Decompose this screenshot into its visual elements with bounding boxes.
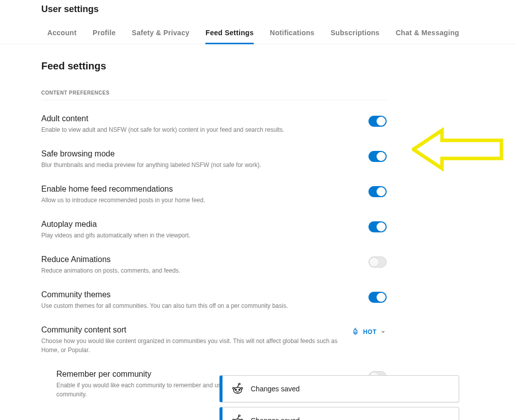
toast-message: Changes saved (251, 385, 300, 393)
setting-label: Community content sort (41, 325, 341, 334)
setting-safe-browsing: Safe browsing mode Blur thumbnails and m… (41, 149, 387, 170)
setting-label: Community themes (41, 290, 358, 299)
svg-point-6 (239, 383, 240, 385)
toggle-autoplay-media[interactable] (368, 221, 387, 232)
toast-message: Changes saved (251, 416, 300, 420)
setting-label: Autoplay media (41, 220, 358, 229)
svg-point-3 (239, 389, 240, 391)
setting-desc: Use custom themes for all communities. Y… (41, 301, 358, 310)
setting-desc: Choose how you would like content organi… (41, 337, 341, 355)
svg-point-12 (239, 415, 240, 416)
sort-value: HOT (363, 328, 377, 335)
setting-label: Adult content (41, 114, 358, 123)
settings-tabs: Account Profile Safety & Privacy Feed Se… (0, 24, 516, 44)
setting-desc: Enable to view adult and NSFW (not safe … (41, 125, 358, 134)
toggle-reduce-animations[interactable] (368, 257, 387, 268)
reddit-snoo-icon (232, 383, 244, 395)
setting-desc: Play videos and gifs automatically when … (41, 231, 358, 240)
tab-safety-privacy[interactable]: Safety & Privacy (132, 24, 190, 44)
tab-chat-messaging[interactable]: Chat & Messaging (396, 24, 459, 44)
setting-label: Reduce Animations (41, 255, 358, 264)
chevron-down-icon (380, 328, 387, 335)
toast-changes-saved: Changes saved (219, 375, 459, 402)
svg-point-5 (241, 387, 243, 389)
tab-account[interactable]: Account (47, 24, 77, 44)
page-title: User settings (0, 0, 516, 24)
section-header-content-preferences: CONTENT PREFERENCES (41, 90, 387, 100)
toast-changes-saved-secondary: Changes saved (219, 407, 459, 420)
svg-point-0 (354, 332, 356, 334)
setting-community-themes: Community themes Use custom themes for a… (41, 290, 387, 310)
toggle-safe-browsing[interactable] (368, 151, 387, 162)
setting-label: Safe browsing mode (41, 149, 358, 158)
toggle-adult-content[interactable] (368, 116, 387, 127)
toggle-home-recommendations[interactable] (368, 186, 387, 197)
hot-icon (351, 327, 360, 337)
setting-community-content-sort: Community content sort Choose how you wo… (41, 325, 387, 355)
setting-label: Enable home feed recommendations (41, 185, 358, 194)
setting-desc: Reduce animations on posts, comments, an… (41, 266, 358, 275)
tab-notifications[interactable]: Notifications (270, 24, 315, 44)
svg-point-4 (233, 387, 235, 389)
svg-point-2 (235, 389, 237, 391)
setting-desc: Blur thumbnails and media preview for an… (41, 160, 358, 170)
setting-adult-content: Adult content Enable to view adult and N… (41, 114, 387, 134)
tab-profile[interactable]: Profile (93, 24, 116, 44)
sort-select-hot[interactable]: HOT (351, 327, 387, 337)
tab-subscriptions[interactable]: Subscriptions (331, 24, 380, 44)
section-title: Feed settings (41, 60, 387, 72)
setting-home-recommendations: Enable home feed recommendations Allow u… (41, 185, 387, 205)
setting-reduce-animations: Reduce Animations Reduce animations on p… (41, 255, 387, 275)
toggle-community-themes[interactable] (368, 292, 387, 303)
reddit-snoo-icon (232, 414, 244, 420)
tab-feed-settings[interactable]: Feed Settings (205, 24, 254, 44)
setting-autoplay-media: Autoplay media Play videos and gifs auto… (41, 220, 387, 240)
setting-desc: Allow us to introduce recommended posts … (41, 196, 358, 205)
